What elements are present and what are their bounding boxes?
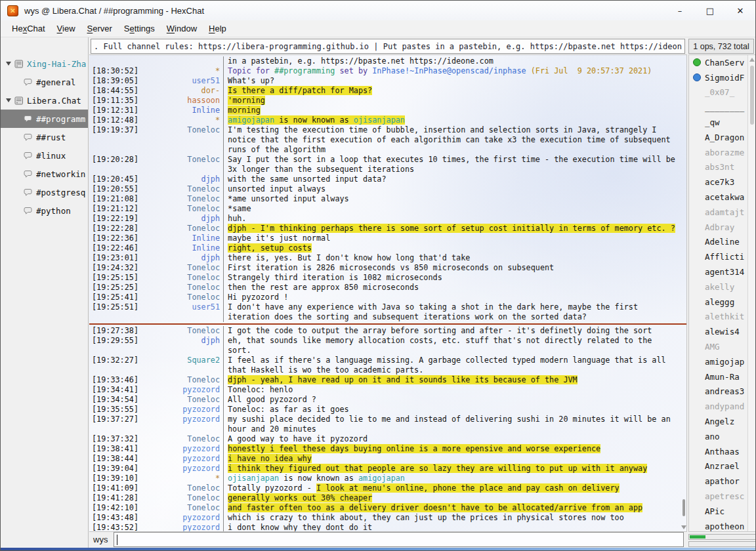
nick: dor- — [138, 86, 220, 96]
timestamp: [19:12:31] — [89, 106, 138, 115]
chat-line: sort. — [89, 346, 686, 356]
user-apathor[interactable]: apathor — [689, 474, 756, 489]
tree-channel-#python[interactable]: #python — [1, 201, 88, 220]
menu-view[interactable]: View — [51, 22, 81, 35]
message-segment: 3x longer than the subsequent iterations — [228, 165, 414, 174]
message: I feel as if there's a language missing.… — [223, 356, 686, 365]
user-Amun-Ra[interactable]: Amun-Ra — [689, 369, 756, 384]
user-apetresc[interactable]: apetresc — [689, 489, 756, 504]
user-Anzrael[interactable]: Anzrael — [689, 459, 756, 474]
close-button[interactable]: ✕ — [725, 1, 755, 20]
message-segment: there is, yes. But I don't know how long… — [228, 253, 470, 262]
chat-line: [18:39:05]user51What's up? — [89, 76, 686, 86]
user-Adbray[interactable]: Adbray — [689, 220, 756, 235]
nick: Toneloc — [138, 273, 220, 283]
expander-icon[interactable] — [6, 98, 11, 102]
channel-name: #linux — [36, 151, 66, 161]
user-acetakwa[interactable]: acetakwa — [689, 190, 756, 205]
message: i think they figured out that people are… — [223, 464, 686, 474]
tree-server-Xing-Hai-Zha[interactable]: Xing-Hai-Zha — [1, 54, 88, 73]
menu-help[interactable]: Help — [203, 22, 232, 35]
chat-scroll-down-icon[interactable] — [681, 525, 686, 529]
menu-settings[interactable]: Settings — [118, 22, 161, 35]
menu-hexchat[interactable]: HexChat — [6, 22, 51, 35]
nick: hassoon — [138, 96, 220, 106]
message: *ame unsorted input always — [223, 194, 686, 204]
timestamp: [18:39:05] — [89, 76, 138, 86]
minimize-button[interactable]: – — [665, 1, 695, 20]
title-bar[interactable]: ✕ wys @ Libera.Chat / ##programming - He… — [1, 1, 755, 20]
user-ano[interactable]: ano — [689, 429, 756, 444]
own-nick-label[interactable]: wys — [93, 535, 108, 544]
user-apotheon[interactable]: apotheon — [689, 519, 756, 532]
user-ace7k3[interactable]: ace7k3 — [689, 174, 756, 190]
tree-channel-#networkin[interactable]: #networkin — [1, 165, 88, 183]
text-caret — [117, 535, 117, 545]
user-amigojap[interactable]: amigojap — [689, 354, 756, 369]
user-Anthaas[interactable]: Anthaas — [689, 444, 756, 459]
user-aleggg[interactable]: aleggg — [689, 295, 756, 310]
timestamp: [19:29:55] — [89, 336, 138, 346]
topic-input[interactable] — [91, 39, 685, 54]
maximize-button[interactable]: □ — [695, 1, 725, 20]
message-segment: unsorted input always — [228, 184, 326, 194]
user-akelly[interactable]: akelly — [689, 279, 756, 295]
nick: Toneloc — [138, 184, 220, 194]
user-andypand[interactable]: andypand — [689, 399, 756, 414]
user-SigmoidF[interactable]: SigmoidF — [689, 70, 756, 85]
blue-status-dot-icon — [693, 73, 701, 81]
tree-channel-##programm[interactable]: ##programm — [1, 110, 88, 128]
user-________[interactable]: ________ — [689, 100, 756, 115]
user-AMG[interactable]: AMG — [689, 339, 756, 354]
user-ChanServ[interactable]: ChanServ — [689, 55, 756, 70]
userlist-scroll-up-icon[interactable] — [749, 58, 755, 62]
message-segment: in a pastebin, e.g. https://bpaste.net h… — [228, 56, 494, 66]
user-abs3nt[interactable]: abs3nt — [689, 160, 756, 175]
user-_qw[interactable]: _qw — [689, 115, 756, 130]
menu-window[interactable]: Window — [161, 22, 203, 35]
user-Adeline[interactable]: Adeline — [689, 235, 756, 250]
message: Is there a diff/patch for Maps? — [223, 86, 686, 96]
tree-channel-#general[interactable]: #general — [1, 73, 88, 91]
user-aborazme[interactable]: aborazme — [689, 145, 756, 160]
message: with the same unsorted input data? — [223, 174, 686, 184]
chat-scrollbar-thumb[interactable] — [682, 499, 685, 516]
message-segment: Toneloc: as far as it goes — [228, 405, 349, 414]
userlist-scrollbar[interactable] — [747, 55, 756, 531]
user-agent314[interactable]: agent314 — [689, 264, 756, 279]
expander-icon[interactable] — [6, 62, 11, 66]
chat-line: [19:23:01]djphthere is, yes. But I don't… — [89, 253, 686, 263]
user-A_Dragon[interactable]: A_Dragon — [689, 130, 756, 145]
message: Strangely third iteration is 1082 micros… — [223, 273, 686, 283]
message-input[interactable] — [114, 532, 684, 547]
user-alethkit[interactable]: alethkit — [689, 310, 756, 325]
chat-log[interactable]: in a pastebin, e.g. https://bpaste.net h… — [89, 54, 687, 532]
user-alewis4[interactable]: alewis4 — [689, 324, 756, 339]
nick: * — [138, 66, 220, 76]
userlist-scrollbar-thumb[interactable] — [750, 66, 754, 125]
nick: Toneloc — [138, 395, 220, 405]
timestamp: [19:22:19] — [89, 214, 138, 224]
user-nick: Anthaas — [705, 447, 740, 457]
chat-line: [19:38:41]pyzozordhonestly i feel these … — [89, 444, 686, 454]
tree-server-Libera.Chat[interactable]: Libera.Chat — [1, 91, 88, 110]
chat-line: [19:34:41]pyzozordToneloc: henlo — [89, 385, 686, 395]
user-_0x07_[interactable]: _0x07_ — [689, 85, 756, 100]
tree-channel-##rust[interactable]: ##rust — [1, 128, 88, 146]
menu-server[interactable]: Server — [81, 22, 118, 35]
nick — [138, 56, 220, 66]
chat-scrollbar[interactable] — [680, 54, 687, 532]
tree-channel-#postgresq[interactable]: #postgresq — [1, 183, 88, 201]
timestamp: [18:44:55] — [89, 86, 138, 96]
user-APic[interactable]: APic — [689, 504, 756, 519]
user-Afflicti[interactable]: Afflicti — [689, 249, 756, 264]
nick: Toneloc — [138, 204, 220, 214]
user-adamtajt[interactable]: adamtajt — [689, 205, 756, 220]
chat-line: [19:39:10]*ojisanjapan is now known as a… — [89, 474, 686, 483]
timestamp: [19:22:46] — [89, 243, 138, 253]
tree-channel-#linux[interactable]: #linux — [1, 146, 88, 165]
nick: Toneloc — [138, 293, 220, 302]
user-andreas3[interactable]: andreas3 — [689, 384, 756, 399]
user-Angelz[interactable]: Angelz — [689, 414, 756, 429]
user-nick: _0x07_ — [705, 87, 734, 97]
